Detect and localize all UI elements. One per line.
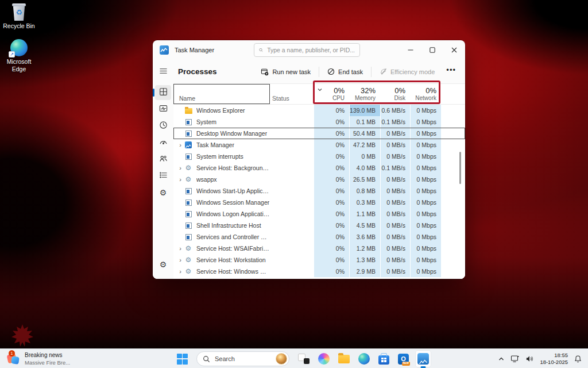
- app-window-icon: [185, 234, 192, 240]
- task-view-icon: [298, 353, 310, 365]
- app-window-icon: [185, 154, 192, 160]
- sidebar-item-services[interactable]: ⚙: [155, 185, 171, 200]
- column-header-cpu[interactable]: 0% CPU: [314, 84, 349, 104]
- desktop-icon-recycle-bin[interactable]: ♻ Recycle Bin: [0, 3, 38, 30]
- status-cell: [270, 174, 314, 185]
- expand-chevron-icon[interactable]: ›: [177, 269, 184, 275]
- clock[interactable]: 18:55 18-10-2025: [540, 352, 568, 366]
- sidebar-item-details[interactable]: [155, 168, 171, 183]
- cpu-cell: 0%: [314, 208, 349, 220]
- taskbar-app-edge[interactable]: [357, 351, 372, 367]
- taskbar-app-file-explorer[interactable]: [336, 351, 351, 367]
- minimize-button[interactable]: [400, 40, 421, 60]
- hidden-icons-chevron-icon[interactable]: [498, 356, 505, 362]
- expand-chevron-icon[interactable]: ›: [177, 142, 184, 148]
- taskbar-app-task-view[interactable]: [296, 351, 311, 367]
- sidebar-item-app-history[interactable]: [155, 118, 171, 133]
- settings-button[interactable]: ⚙: [155, 257, 171, 272]
- memory-cell: 0 MB: [349, 151, 380, 162]
- disk-cell: 0 MB/s: [380, 174, 410, 185]
- process-row[interactable]: Windows Start-Up Application0%0.8 MB0 MB…: [173, 185, 465, 197]
- memory-total-value: 32%: [361, 87, 376, 95]
- hamburger-menu-button[interactable]: [155, 63, 171, 78]
- process-row[interactable]: System interrupts0%0 MB0 MB/s0 Mbps: [173, 151, 465, 162]
- process-row[interactable]: Windows Explorer0%139.0 MB0.6 MB/s0 Mbps: [173, 105, 465, 116]
- process-row[interactable]: Windows Logon Application0%1.1 MB0 MB/s0…: [173, 208, 465, 220]
- taskbar-app-copilot[interactable]: [316, 351, 331, 367]
- titlebar[interactable]: Task Manager Type a name, publisher, or …: [153, 40, 465, 60]
- cpu-cell: 0%: [314, 174, 349, 185]
- sidebar-item-users[interactable]: [155, 152, 171, 167]
- notification-bell-icon[interactable]: [574, 355, 582, 363]
- expand-chevron-icon[interactable]: ›: [177, 246, 184, 252]
- sidebar-item-performance[interactable]: [155, 102, 171, 117]
- column-header-memory[interactable]: 32% Memory: [349, 84, 380, 104]
- process-row[interactable]: ›⚙Service Host: Workstation0%1.3 MB0 MB/…: [173, 254, 465, 266]
- network-icon[interactable]: [510, 355, 520, 363]
- sidebar-item-processes[interactable]: [155, 85, 171, 100]
- disk-cell: 0 MB/s: [380, 128, 410, 139]
- service-gear-icon: ⚙: [185, 245, 192, 252]
- column-header-status[interactable]: Status: [270, 84, 314, 104]
- process-name-cell: System interrupts: [173, 151, 270, 162]
- process-row[interactable]: ›⚙Service Host: Background Inte...0%4.0 …: [173, 162, 465, 174]
- cpu-cell: 0%: [314, 266, 349, 277]
- process-row[interactable]: ›⚙wsappx0%26.5 MB0 MB/s0 Mbps: [173, 174, 465, 185]
- status-cell: [270, 197, 314, 208]
- search-label: Search: [215, 355, 271, 362]
- run-new-task-button[interactable]: Run new task: [256, 65, 315, 79]
- process-name-cell: ›Task Manager: [173, 139, 270, 151]
- process-row[interactable]: Windows Session Manager0%0.3 MB0 MB/s0 M…: [173, 197, 465, 208]
- process-row[interactable]: Services and Controller app0%3.6 MB0 MB/…: [173, 231, 465, 243]
- taskbar-app-store[interactable]: [377, 351, 391, 367]
- chevron-down-icon[interactable]: [317, 87, 323, 92]
- process-row[interactable]: ›Task Manager0%47.2 MB0 MB/s0 Mbps: [173, 139, 465, 151]
- taskbar-app-outlook[interactable]: ONEW: [396, 351, 411, 367]
- process-rows: Windows Explorer0%139.0 MB0.6 MB/s0 Mbps…: [173, 105, 465, 277]
- process-row[interactable]: Desktop Window Manager0%50.4 MB0 MB/s0 M…: [173, 128, 465, 139]
- windows-logo-icon: [177, 354, 188, 365]
- maximize-button[interactable]: [421, 40, 443, 60]
- taskbar-app-task-manager[interactable]: [416, 351, 431, 367]
- close-button[interactable]: [443, 40, 465, 60]
- service-gear-icon: ⚙: [185, 164, 192, 171]
- expand-chevron-icon[interactable]: ›: [177, 177, 184, 183]
- memory-cell: 4.5 MB: [349, 220, 380, 231]
- startup-apps-icon: [159, 137, 168, 148]
- process-name-cell: Windows Session Manager: [173, 197, 270, 208]
- widget-headline: Breaking news Massive Fire Bre...: [25, 352, 70, 366]
- more-options-button[interactable]: •••: [443, 66, 459, 78]
- column-header-network[interactable]: 0% Network: [410, 84, 441, 104]
- column-header-name[interactable]: Name: [173, 84, 270, 104]
- process-row[interactable]: Shell Infrastructure Host0%4.5 MB0 MB/s0…: [173, 220, 465, 231]
- process-row[interactable]: System0%0.1 MB0.1 MB/s0 Mbps: [173, 116, 465, 128]
- task-manager-app-icon: [160, 45, 169, 55]
- expand-chevron-icon[interactable]: ›: [177, 257, 184, 263]
- vertical-scrollbar[interactable]: [459, 152, 461, 184]
- efficiency-mode-button[interactable]: Efficiency mode: [375, 65, 439, 78]
- process-search-input[interactable]: Type a name, publisher, or PID...: [254, 43, 360, 57]
- expand-chevron-icon[interactable]: ›: [177, 165, 184, 171]
- desktop-icon-microsoft-edge[interactable]: ↗ Microsoft Edge: [0, 39, 38, 73]
- disk-total-value: 0%: [394, 87, 405, 95]
- command-actions: Run new task End task Efficiency mode •: [256, 65, 459, 79]
- taskbar-app-start[interactable]: [175, 351, 189, 367]
- column-header-disk[interactable]: 0% Disk: [380, 84, 410, 104]
- process-name-cell: Services and Controller app: [173, 231, 270, 243]
- folder-icon: [185, 108, 192, 114]
- network-cell: 0 Mbps: [410, 174, 441, 185]
- shortcut-arrow-icon: ↗: [9, 51, 15, 57]
- system-tray: 18:55 18-10-2025: [498, 349, 586, 368]
- memory-cell: 47.2 MB: [349, 139, 380, 151]
- end-task-button[interactable]: End task: [323, 65, 368, 78]
- process-row[interactable]: ›⚙Service Host: Windows Update0%2.9 MB0 …: [173, 266, 465, 277]
- volume-icon[interactable]: [525, 355, 534, 363]
- process-row[interactable]: ›⚙Service Host: WSAIFabricSvc0%1.2 MB0 M…: [173, 243, 465, 254]
- tray-date: 18-10-2025: [540, 359, 568, 366]
- status-cell: [270, 185, 314, 197]
- status-cell: [270, 231, 314, 243]
- widgets-button[interactable]: 1 Breaking news Massive Fire Bre...: [3, 349, 74, 368]
- taskbar-app-search[interactable]: Search: [195, 351, 291, 367]
- sidebar-item-startup-apps[interactable]: [155, 135, 171, 150]
- status-cell: [270, 254, 314, 266]
